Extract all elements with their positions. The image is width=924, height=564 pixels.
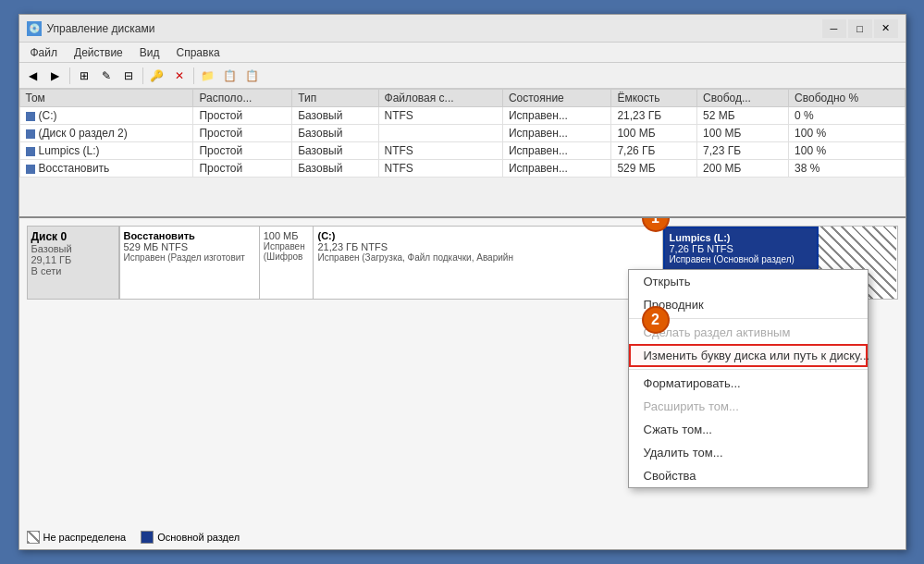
toolbar-sep2	[142, 67, 143, 84]
table-row[interactable]: (Диск 0 раздел 2)ПростойБазовыйИсправен.…	[19, 125, 905, 142]
volumes-table: Том Располо... Тип Файловая с... Состоян…	[19, 89, 906, 178]
table-row[interactable]: (C:)ПростойБазовыйNTFSИсправен...21,23 Г…	[19, 107, 905, 125]
ctx-item-3[interactable]: Изменить букву диска или путь к диску...	[629, 344, 868, 367]
toolbar-back[interactable]: ◀	[23, 66, 43, 86]
partition-part2[interactable]: 100 МБИсправен (Шифров	[260, 227, 314, 299]
toolbar-btn5[interactable]: 📁	[198, 66, 218, 86]
cell-name: Lumpics (L:)	[19, 142, 193, 160]
col-filesystem: Файловая с...	[378, 90, 502, 107]
ctx-separator	[629, 369, 868, 370]
legend: Не распределена Основной раздел	[27, 531, 240, 544]
col-type: Тип	[292, 90, 378, 107]
menu-view[interactable]: Вид	[132, 44, 167, 61]
cell-capacity: 100 МБ	[611, 125, 697, 142]
cell-freepct: 100 %	[789, 125, 905, 142]
toolbar-btn4[interactable]: 🔑	[147, 66, 167, 86]
menu-file[interactable]: Файл	[23, 44, 66, 61]
window-icon: 💿	[27, 21, 42, 36]
partition-name: Восстановить	[124, 230, 255, 241]
toolbar-btn2[interactable]: ✎	[96, 66, 117, 86]
ctx-item-7[interactable]: Удалить том...	[629, 441, 868, 464]
cell-capacity: 529 МБ	[611, 160, 697, 178]
cell-free: 52 МБ	[697, 107, 789, 125]
col-status: Состояние	[502, 90, 611, 107]
cell-location: Простой	[193, 125, 292, 142]
window-title: Управление дисками	[47, 22, 155, 35]
disk-label: Диск 0 Базовый 29,11 ГБ В сети	[27, 226, 119, 300]
disk-type: Базовый	[31, 243, 115, 254]
toolbar-btn7[interactable]: 📋	[242, 66, 263, 86]
table-row[interactable]: ВосстановитьПростойБазовыйNTFSИсправен..…	[19, 160, 905, 178]
main-window: 💿 Управление дисками ─ □ ✕ Файл Действие…	[18, 14, 906, 550]
legend-primary-label: Основной раздел	[157, 532, 240, 543]
col-freepct: Свободно %	[789, 90, 905, 107]
col-capacity: Ёмкость	[611, 90, 697, 107]
partition-restore[interactable]: Восстановить529 МБ NTFSИсправен (Раздел …	[120, 227, 260, 299]
toolbar: ◀ ▶ ⊞ ✎ ⊟ 🔑 ✕ 📁 📋 📋	[19, 63, 906, 89]
cell-free: 100 МБ	[697, 125, 789, 142]
cell-type: Базовый	[292, 107, 378, 125]
toolbar-forward[interactable]: ▶	[45, 66, 66, 86]
disk-name: Диск 0	[31, 230, 115, 243]
cell-type: Базовый	[292, 142, 378, 160]
cell-status: Исправен...	[502, 142, 611, 160]
minimize-button[interactable]: ─	[822, 19, 846, 38]
col-volume: Том	[19, 90, 193, 107]
partition-c[interactable]: (C:)21,23 ГБ NTFSИсправен (Загрузка, Фай…	[314, 227, 663, 299]
maximize-button[interactable]: □	[848, 19, 872, 38]
row-icon	[26, 147, 35, 156]
cell-filesystem: NTFS	[378, 160, 502, 178]
legend-unallocated: Не распределена	[27, 531, 127, 544]
cell-free: 7,23 ГБ	[697, 142, 789, 160]
toolbar-sep1	[69, 67, 70, 84]
legend-blue-icon	[141, 531, 154, 544]
disk-table: Том Располо... Тип Файловая с... Состоян…	[19, 89, 906, 218]
partition-status: Исправен (Раздел изготовит	[124, 252, 255, 263]
cell-capacity: 21,23 ГБ	[611, 107, 697, 125]
cell-name: Восстановить	[19, 160, 193, 178]
toolbar-sep3	[193, 67, 194, 84]
cell-filesystem	[378, 125, 502, 142]
cell-name: (C:)	[19, 107, 193, 125]
toolbar-btn1[interactable]: ⊞	[74, 66, 94, 86]
col-location: Располо...	[193, 90, 292, 107]
ctx-item-0[interactable]: Открыть	[629, 270, 868, 293]
row-icon	[26, 129, 35, 139]
title-controls: ─ □ ✕	[822, 19, 898, 38]
cell-location: Простой	[193, 142, 292, 160]
ctx-item-4[interactable]: Форматировать...	[629, 372, 868, 395]
partition-size: 529 МБ NTFS	[124, 241, 255, 252]
legend-hatched-icon	[27, 531, 40, 544]
toolbar-btn3[interactable]: ⊟	[118, 66, 139, 86]
menu-bar: Файл Действие Вид Справка	[19, 43, 906, 63]
cell-status: Исправен...	[502, 125, 611, 142]
partition-name: Lumpics (L:)	[669, 232, 813, 243]
toolbar-btn6[interactable]: 📋	[220, 66, 240, 86]
cell-status: Исправен...	[502, 107, 611, 125]
menu-help[interactable]: Справка	[169, 44, 228, 61]
row-icon	[26, 165, 35, 174]
menu-action[interactable]: Действие	[67, 44, 130, 61]
toolbar-delete[interactable]: ✕	[169, 66, 190, 86]
legend-primary: Основной раздел	[141, 531, 240, 544]
cell-type: Базовый	[292, 125, 378, 142]
partition-status: Исправен (Основной раздел)	[669, 254, 813, 264]
content-area: Том Располо... Тип Файловая с... Состоян…	[19, 89, 906, 549]
close-button[interactable]: ✕	[874, 19, 898, 38]
partition-size: 100 МБ	[264, 230, 310, 241]
table-row[interactable]: Lumpics (L:)ПростойБазовыйNTFSИсправен..…	[19, 142, 905, 160]
partition-status: Исправен (Загрузка, Файл подкачки, Авари…	[317, 252, 659, 263]
title-left: 💿 Управление дисками	[27, 21, 155, 36]
cell-free: 200 МБ	[697, 160, 789, 178]
cell-capacity: 7,26 ГБ	[611, 142, 697, 160]
partition-name: (C:)	[317, 230, 659, 241]
ctx-item-8[interactable]: Свойства	[629, 464, 868, 487]
cell-status: Исправен...	[502, 160, 611, 178]
cell-filesystem: NTFS	[378, 142, 502, 160]
ctx-item-6[interactable]: Сжать том...	[629, 418, 868, 441]
disk-map: Диск 0 Базовый 29,11 ГБ В сети Восстанов…	[19, 218, 906, 549]
row-icon	[26, 112, 35, 121]
cell-location: Простой	[193, 107, 292, 125]
context-menu: ОткрытьПроводникСделать раздел активнымИ…	[628, 269, 869, 488]
ctx-item-5: Расширить том...	[629, 395, 868, 418]
